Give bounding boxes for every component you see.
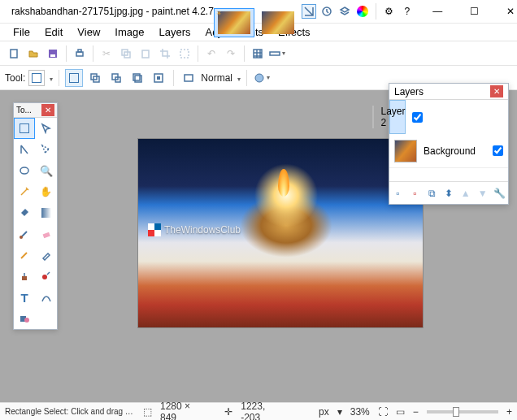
ruler-dropdown[interactable] [268,45,286,63]
layers-toolbar: ▫ ▫ ⧉ ⬍ ▲ ▼ 🔧 [389,181,508,204]
tools-window[interactable]: To... ✕ 🔍 ✋ T [13,102,58,330]
svg-rect-5 [78,50,81,52]
layer-row[interactable]: Layer 2 [389,100,406,134]
new-icon[interactable] [5,45,23,63]
open-icon[interactable] [24,45,42,63]
svg-rect-23 [42,232,50,238]
menu-edit[interactable]: Edit [38,24,69,40]
tool-paintbrush[interactable] [14,223,35,245]
menu-layers[interactable]: Layers [152,24,197,40]
tool-move-selection[interactable] [36,139,57,160]
zoom-level: 33% [350,406,370,418]
layer-thumbnail [372,106,374,128]
layers-window-title: Layers [394,86,490,97]
cut-icon[interactable]: ✂ [98,45,115,63]
blend-mode-label: Normal [201,72,232,84]
add-layer-icon[interactable]: ▫ [391,187,404,200]
tool-eraser[interactable] [36,223,57,245]
tool-zoom[interactable]: 🔍 [36,160,57,181]
redo-icon[interactable]: ↷ [222,45,240,63]
tools-toggle-icon[interactable] [302,4,316,19]
tool-paint-bucket[interactable] [14,202,35,223]
layers-toggle-icon[interactable] [337,4,352,19]
tool-gradient[interactable] [36,202,57,223]
colors-toggle-icon[interactable] [355,4,370,19]
tool-text[interactable]: T [14,287,35,308]
watermark-text: TheWindowsClub [164,224,241,236]
selection-subtract-icon[interactable] [107,69,125,87]
tool-ellipse-select[interactable] [14,160,35,181]
tool-pan[interactable]: ✋ [36,181,57,202]
help-icon[interactable]: ? [400,4,415,19]
layer-thumbnail [394,140,417,162]
layer-properties-icon[interactable]: 🔧 [493,187,506,200]
unit-label[interactable]: px [319,406,329,418]
delete-layer-icon[interactable]: ▫ [408,187,421,200]
paste-icon[interactable] [137,45,154,63]
tool-move-selected[interactable] [36,118,57,139]
tool-pencil[interactable] [14,245,35,266]
thumbnail-1[interactable]: ✳ [214,8,254,37]
grid-icon[interactable] [249,45,267,63]
selection-intersect-icon[interactable] [128,69,146,87]
tool-rectangle-select[interactable] [14,118,35,139]
window-controls: — ☐ ✕ [419,0,517,24]
zoom-slider[interactable] [427,410,498,414]
layers-window-close-icon[interactable]: ✕ [490,85,503,97]
unit-dropdown[interactable]: ▾ [337,406,342,418]
move-down-icon[interactable]: ▼ [476,187,489,200]
tool-clone[interactable] [14,266,35,287]
selection-add-icon[interactable] [86,69,104,87]
thumbnail-2[interactable] [258,8,298,37]
minimize-button[interactable]: — [419,0,456,24]
menu-view[interactable]: View [71,24,106,40]
history-toggle-icon[interactable] [319,4,334,19]
flood-mode-icon[interactable] [180,69,198,87]
print-icon[interactable] [71,45,89,63]
menu-file[interactable]: File [7,24,37,40]
tools-window-close-icon[interactable]: ✕ [41,104,54,116]
tools-window-title: To... [16,106,41,115]
settings-icon[interactable]: ⚙ [382,4,397,19]
menu-image[interactable]: Image [108,24,150,40]
layers-window-header[interactable]: Layers ✕ [389,84,508,100]
tools-window-header[interactable]: To... ✕ [14,103,57,118]
layer-visible-checkbox[interactable] [493,145,503,156]
tool-recolor[interactable] [36,266,57,287]
sampling-dropdown[interactable] [253,69,271,87]
image-size-icon: ⬚ [143,406,152,418]
canvas[interactable]: TheWindowsClub [138,139,423,327]
crop-icon[interactable] [156,45,174,63]
deselect-icon[interactable] [176,45,193,63]
copy-icon[interactable] [117,45,135,63]
blend-mode-dropdown[interactable] [236,72,241,84]
titlebar-tool-buttons: ⚙ ? [302,3,419,19]
layers-window[interactable]: Layers ✕ Layer 2 Background ▫ ▫ ⧉ ⬍ ▲ ▼ … [389,83,509,205]
svg-rect-8 [142,50,149,58]
layer-name: Background [424,145,486,157]
tool-color-picker[interactable] [36,245,57,266]
zoom-out-icon[interactable]: − [413,406,419,418]
selection-invert-icon[interactable] [150,69,167,87]
tool-selector-dropdown[interactable] [48,72,53,84]
undo-icon[interactable]: ↶ [202,45,220,63]
zoom-in-icon[interactable]: + [506,406,512,418]
selection-replace-icon[interactable] [65,69,83,87]
close-button[interactable]: ✕ [493,0,517,24]
tool-shapes[interactable] [14,308,35,329]
zoom-actual-icon[interactable]: ▭ [396,406,405,418]
tool-label: Tool: [5,72,25,84]
save-icon[interactable] [44,45,62,63]
maximize-button[interactable]: ☐ [456,0,493,24]
tool-lasso[interactable] [14,139,35,160]
layer-visible-checkbox[interactable] [412,112,423,123]
zoom-fit-window-icon[interactable]: ⛶ [378,406,388,418]
move-up-icon[interactable]: ▲ [459,187,472,200]
tool-line[interactable] [36,287,57,308]
layer-row[interactable]: Background [389,134,508,168]
tool-selector[interactable] [28,70,45,86]
duplicate-layer-icon[interactable]: ⧉ [425,187,438,200]
main-toolbar: ✂ ↶ ↷ [0,41,517,66]
tool-magic-wand[interactable] [14,181,35,202]
merge-layer-icon[interactable]: ⬍ [442,187,455,200]
